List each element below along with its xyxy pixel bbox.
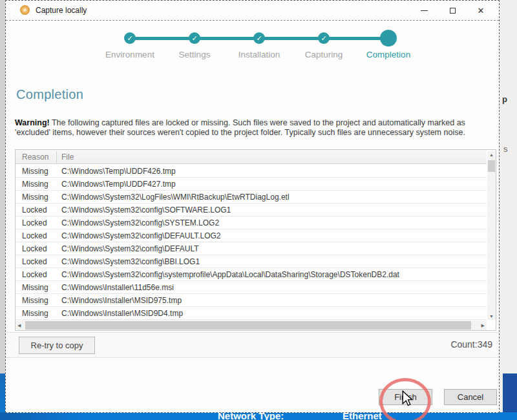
cell-file: C:\Windows\System32\LogFiles\WMI\RtBacku…: [61, 193, 290, 202]
cell-file: C:\Windows\System32\config\DEFAULT: [61, 244, 199, 253]
table-row[interactable]: LockedC:\Windows\System32\config\systemp…: [16, 268, 487, 281]
table-row[interactable]: LockedC:\Windows\System32\config\SOFTWAR…: [16, 204, 487, 216]
scroll-up-icon[interactable]: ▲: [487, 152, 496, 157]
table-header[interactable]: Reason File: [16, 150, 487, 164]
step-current-dot: [380, 30, 397, 47]
background-left-strip: [0, 0, 5, 373]
step-check-icon: ✓: [253, 32, 265, 44]
file-table-body: MissingC:\Windows\Temp\UDDF426.tmpMissin…: [16, 165, 487, 320]
scroll-down-icon[interactable]: ▼: [487, 314, 496, 319]
vertical-scrollbar[interactable]: ▲ ▼: [487, 151, 496, 320]
close-icon: ✕: [478, 6, 485, 15]
step-check-icon: ✓: [124, 32, 136, 44]
title-bar[interactable]: Capture locally ✕: [6, 1, 499, 20]
network-type-value: Ethernet: [343, 412, 382, 420]
stepper-steps: ✓Environment✓Settings✓Installation✓Captu…: [98, 26, 421, 64]
scroll-right-icon[interactable]: ▶: [481, 323, 485, 328]
column-header-reason[interactable]: Reason: [22, 152, 48, 162]
stepper-step-installation[interactable]: ✓Installation: [227, 26, 291, 64]
cell-reason: Missing: [22, 167, 48, 176]
step-check-icon: ✓: [318, 32, 330, 44]
table-footer-strip: Re-try to copy Count:349: [6, 332, 499, 358]
cell-reason: Missing: [22, 180, 48, 189]
cell-file: C:\Windows\Installer\11d56e.msi: [61, 283, 174, 292]
table-row[interactable]: LockedC:\Windows\System32\config\DEFAULT: [16, 242, 487, 255]
cell-file: C:\Windows\Temp\UDDF427.tmp: [61, 180, 176, 189]
window-controls: ✕: [410, 1, 495, 20]
table-row[interactable]: MissingC:\Windows\System32\LogFiles\WMI\…: [16, 191, 487, 204]
step-label: Completion: [366, 50, 410, 59]
step-check-icon: ✓: [189, 32, 200, 44]
cell-file: C:\Windows\System32\config\SYSTEM.LOG2: [61, 218, 219, 227]
table-row[interactable]: MissingC:\Windows\Temp\UDDF426.tmp: [16, 165, 487, 178]
background-text-fragment: p: [502, 94, 507, 104]
warning-body: The following captured files are locked …: [15, 118, 465, 137]
step-label: Environment: [105, 50, 154, 59]
retry-copy-button[interactable]: Re-try to copy: [19, 337, 95, 354]
table-row[interactable]: MissingC:\Windows\Installer\MSID9D4.tmp: [16, 307, 487, 320]
cell-reason: Locked: [22, 231, 47, 240]
step-label: Capturing: [305, 50, 343, 59]
cell-file: C:\Windows\System32\config\DEFAULT.LOG2: [61, 231, 221, 240]
network-type-label: Network Type:: [218, 412, 284, 420]
step-label: Installation: [238, 50, 280, 59]
file-table: Reason File MissingC:\Windows\Temp\UDDF4…: [15, 149, 496, 331]
scroll-left-icon[interactable]: ◀: [17, 323, 21, 328]
vertical-scroll-thumb[interactable]: [488, 160, 495, 172]
cell-file: C:\Windows\System32\config\SOFTWARE.LOG1: [61, 205, 231, 215]
count-label: Count:349: [450, 339, 492, 350]
capture-locally-dialog: Capture locally ✕ ✓Environment✓Settings✓…: [5, 0, 500, 413]
cell-reason: Locked: [22, 205, 47, 215]
table-row[interactable]: MissingC:\Windows\Installer\MSID975.tmp: [16, 294, 487, 307]
maximize-button[interactable]: [438, 1, 467, 20]
minimize-icon: [421, 10, 428, 11]
cell-file: C:\Windows\Installer\MSID9D4.tmp: [61, 309, 183, 318]
cell-reason: Locked: [22, 257, 47, 266]
table-row[interactable]: MissingC:\Windows\Installer\11d56e.msi: [16, 281, 487, 294]
cell-file: C:\Windows\Temp\UDDF426.tmp: [61, 167, 176, 176]
wizard-stepper: ✓Environment✓Settings✓Installation✓Captu…: [98, 26, 421, 64]
stepper-step-environment[interactable]: ✓Environment: [98, 26, 162, 64]
page-title: Completion: [16, 87, 83, 102]
cell-reason: Missing: [22, 309, 48, 318]
step-label: Settings: [179, 50, 211, 59]
close-button[interactable]: ✕: [467, 1, 495, 20]
finish-button[interactable]: Finish: [379, 389, 432, 405]
titlebar-separator: [6, 20, 499, 21]
table-row[interactable]: LockedC:\Windows\System32\config\SYSTEM.…: [16, 216, 487, 229]
table-row[interactable]: MissingC:\Windows\Temp\UDDF427.tmp: [16, 178, 487, 191]
background-text-fragment: s: [503, 144, 508, 154]
cell-reason: Missing: [22, 193, 48, 202]
background-network-bar: Network Type: Ethernet: [0, 412, 517, 420]
minimize-button[interactable]: [410, 1, 438, 20]
table-row[interactable]: LockedC:\Windows\System32\config\DEFAULT…: [16, 229, 487, 242]
stepper-step-capturing[interactable]: ✓Capturing: [291, 26, 356, 64]
cell-reason: Missing: [22, 283, 48, 292]
window-title: Capture locally: [36, 6, 87, 15]
stepper-step-completion[interactable]: Completion: [356, 26, 421, 64]
cell-reason: Locked: [22, 244, 47, 253]
horizontal-scrollbar[interactable]: ◀ ▶: [16, 320, 487, 330]
app-icon: [20, 5, 30, 15]
cell-reason: Missing: [22, 296, 48, 305]
column-divider[interactable]: [56, 151, 57, 163]
warning-text: Warning! The following captured files ar…: [15, 118, 498, 138]
cell-reason: Locked: [22, 270, 47, 279]
cell-file: C:\Windows\Installer\MSID975.tmp: [61, 296, 182, 305]
stepper-step-settings[interactable]: ✓Settings: [162, 26, 227, 64]
column-header-file[interactable]: File: [61, 152, 74, 162]
table-row[interactable]: LockedC:\Windows\System32\config\BBI.LOG…: [16, 255, 487, 268]
cell-file: C:\Windows\System32\config\systemprofile…: [61, 270, 399, 279]
maximize-icon: [450, 8, 456, 14]
cell-reason: Locked: [22, 218, 47, 227]
warning-label: Warning!: [15, 118, 50, 127]
cancel-button[interactable]: Cancel: [444, 389, 497, 405]
cell-file: C:\Windows\System32\config\BBI.LOG1: [61, 257, 200, 266]
horizontal-scroll-thumb[interactable]: [25, 321, 471, 330]
